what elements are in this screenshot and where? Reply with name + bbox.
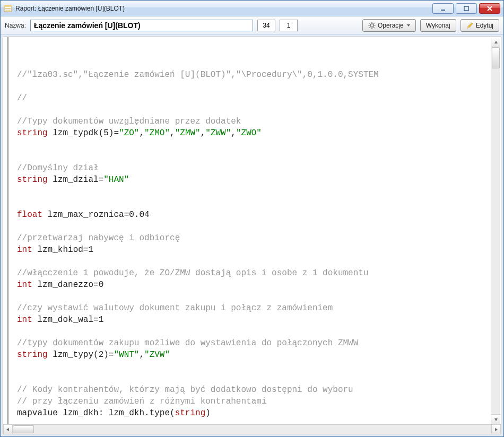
svg-line-14: [373, 27, 374, 28]
svg-rect-5: [464, 6, 468, 11]
svg-line-15: [373, 23, 374, 23]
vscroll-thumb[interactable]: [492, 47, 500, 68]
minimize-button[interactable]: [432, 3, 454, 14]
editor-container: //"lza03.sc","Łączenie zamówień [U](BLOT…: [3, 37, 501, 434]
vscroll-track[interactable]: [491, 47, 500, 414]
operacje-button-label: Operacje: [378, 22, 404, 29]
svg-line-13: [369, 23, 370, 23]
code-editor[interactable]: //"lza03.sc","Łączenie zamówień [U](BLOT…: [3, 37, 501, 424]
svg-rect-1: [4, 5, 12, 7]
gutter-line: [7, 37, 8, 424]
name-label: Nazwa:: [5, 22, 26, 29]
code-keyword: string: [17, 175, 48, 185]
code-string: "ZMO": [144, 128, 170, 138]
code-comment: //"lza03.sc","Łączenie zamówień [U](BLOT…: [17, 70, 379, 80]
code-string: "ZVW": [144, 350, 170, 360]
name-input[interactable]: [30, 20, 253, 31]
vertical-scrollbar[interactable]: [491, 38, 500, 424]
wykonaj-button[interactable]: Wykonaj: [420, 19, 456, 32]
code-string: "ZMW": [175, 128, 201, 138]
code-identifier: lzm_khiod=1: [32, 245, 93, 255]
scroll-down-arrow-icon[interactable]: [491, 414, 500, 424]
code-keyword: int: [17, 315, 32, 325]
svg-line-16: [369, 27, 370, 28]
code-identifier: lzm_dzial=: [48, 175, 104, 185]
code-string: "ZWO": [236, 128, 262, 138]
close-button[interactable]: [479, 3, 500, 14]
line-number-box: 34: [257, 20, 275, 31]
code-content: //"lza03.sc","Łączenie zamówień [U](BLOT…: [5, 69, 498, 424]
wykonaj-button-label: Wykonaj: [426, 22, 450, 29]
svg-marker-20: [494, 418, 498, 421]
code-identifier: lzm_danezzo=0: [32, 280, 103, 290]
scroll-left-arrow-icon[interactable]: [3, 425, 13, 434]
code-comment: //typy dokumentów zakupu możliwe do wyst…: [17, 338, 358, 348]
svg-marker-19: [494, 41, 498, 43]
code-string: "ZWW": [205, 128, 231, 138]
code-keyword: string: [17, 350, 48, 360]
code-string: "WNT": [114, 350, 139, 360]
code-comment: //Typy dokumentów uwzględniane przez dod…: [17, 117, 241, 126]
code-identifier: mapvalue lzm_dkh: lzm_dkh.type(: [17, 408, 175, 418]
pencil-icon: [466, 22, 474, 29]
code-identifier: lzm_typy(2)=: [48, 350, 114, 360]
svg-marker-22: [495, 428, 498, 431]
code-comment: //przetwarzaj nabywcę i odbiorcę: [17, 233, 180, 243]
scroll-right-arrow-icon[interactable]: [491, 425, 501, 434]
code-keyword: float: [17, 210, 42, 220]
code-comment: //: [17, 93, 27, 103]
operacje-button[interactable]: Operacje: [362, 19, 416, 32]
window-title: Raport: Łączenie zamówień [U](BLOT): [15, 5, 432, 12]
edytuj-button-label: Edytuj: [476, 22, 493, 29]
scroll-up-arrow-icon[interactable]: [491, 38, 500, 47]
code-identifier: lzm_dok_wal=1: [32, 315, 103, 325]
chevron-down-icon: [407, 24, 410, 27]
maximize-button[interactable]: [456, 3, 477, 14]
code-comment: // Kody kontrahentów, którzy mają być do…: [17, 385, 353, 395]
hscroll-track[interactable]: [13, 425, 491, 434]
code-string: "HAN": [103, 175, 129, 185]
titlebar[interactable]: Raport: Łączenie zamówień [U](BLOT): [1, 1, 503, 16]
gear-icon: [368, 22, 376, 29]
code-comment: //Domyślny dział: [17, 163, 99, 173]
code-keyword: string: [17, 128, 48, 138]
code-keyword: int: [17, 245, 32, 255]
code-identifier: lzm_max_roznica=0.04: [42, 210, 150, 220]
code-string: "ZO": [119, 128, 139, 138]
code-comment: //czy wystawić walutowy dokument zakupu …: [17, 303, 333, 313]
window-frame: Raport: Łączenie zamówień [U](BLOT) Nazw…: [0, 0, 504, 437]
code-keyword: int: [17, 280, 32, 290]
horizontal-scrollbar[interactable]: [3, 424, 501, 434]
hscroll-thumb[interactable]: [13, 425, 34, 433]
code-comment: // przy łączeniu zamówień z różnymi kont…: [17, 397, 266, 406]
app-icon: [4, 4, 12, 13]
edytuj-button[interactable]: Edytuj: [460, 19, 499, 32]
svg-marker-21: [6, 428, 9, 431]
code-identifier: lzm_typdk(5)=: [48, 128, 119, 138]
code-keyword: string: [175, 408, 206, 418]
code-comment: //włącczenie 1 powoduje, że ZO/ZMW dosta…: [17, 268, 369, 278]
toolbar: Nazwa: 34 1 Operacje Wykonaj: [1, 16, 503, 34]
column-number-box: 1: [280, 20, 298, 31]
svg-point-8: [370, 24, 373, 27]
